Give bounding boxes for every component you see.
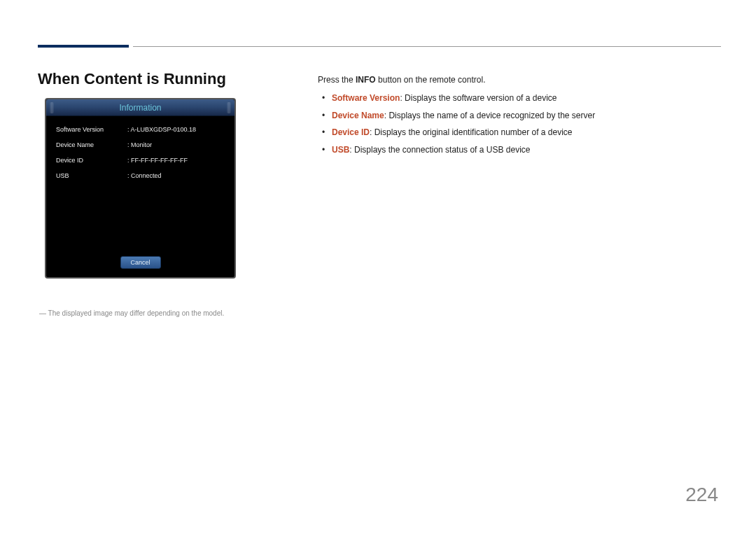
info-value: : FF-FF-FF-FF-FF-FF	[127, 157, 225, 164]
dialog-body: Software Version : A-LUBXGDSP-0100.18 De…	[46, 116, 234, 179]
header-divider	[133, 46, 721, 47]
intro-post: button on the remote control.	[376, 75, 486, 85]
info-row-device-id: Device ID : FF-FF-FF-FF-FF-FF	[56, 157, 225, 164]
info-value: : A-LUBXGDSP-0100.18	[127, 126, 225, 133]
info-row-software-version: Software Version : A-LUBXGDSP-0100.18	[56, 126, 225, 133]
info-label: Device ID	[56, 157, 127, 164]
information-dialog: Information Software Version : A-LUBXGDS…	[45, 98, 236, 279]
bullet-term: Device ID	[332, 127, 370, 137]
footnote: ― The displayed image may differ dependi…	[39, 309, 304, 317]
info-row-usb: USB : Connected	[56, 172, 225, 179]
bullet-usb: USB: Displays the connection status of a…	[332, 143, 714, 157]
right-column: Press the INFO button on the remote cont…	[318, 73, 714, 160]
bullet-device-id: Device ID: Displays the original identif…	[332, 125, 714, 139]
dialog-title: Information	[119, 103, 161, 113]
bullet-term: USB	[332, 145, 349, 155]
section-heading: When Content is Running	[38, 70, 304, 88]
intro-text: Press the INFO button on the remote cont…	[318, 73, 714, 87]
bullet-device-name: Device Name: Displays the name of a devi…	[332, 108, 714, 122]
info-value: : Monitor	[127, 141, 225, 148]
bullet-desc: : Displays the original identification n…	[370, 127, 573, 137]
left-column: When Content is Running Information Soft…	[38, 70, 304, 317]
bullet-term: Device Name	[332, 111, 384, 120]
cancel-button[interactable]: Cancel	[120, 256, 161, 269]
bullet-term: Software Version	[332, 93, 400, 103]
page-number: 224	[685, 484, 718, 506]
bullet-list: Software Version: Displays the software …	[318, 91, 714, 157]
info-row-device-name: Device Name : Monitor	[56, 141, 225, 148]
bullet-desc: : Displays the connection status of a US…	[349, 145, 530, 155]
info-label: Device Name	[56, 141, 127, 148]
dialog-titlebar: Information	[46, 99, 234, 116]
intro-bold: INFO	[356, 75, 376, 85]
info-label: USB	[56, 172, 127, 179]
info-label: Software Version	[56, 126, 127, 133]
bullet-software-version: Software Version: Displays the software …	[332, 91, 714, 105]
info-value: : Connected	[127, 172, 225, 179]
intro-pre: Press the	[318, 75, 356, 85]
bullet-desc: : Displays the software version of a dev…	[400, 93, 556, 103]
header-accent-bar	[38, 45, 129, 48]
bullet-desc: : Displays the name of a device recogniz…	[384, 111, 596, 120]
